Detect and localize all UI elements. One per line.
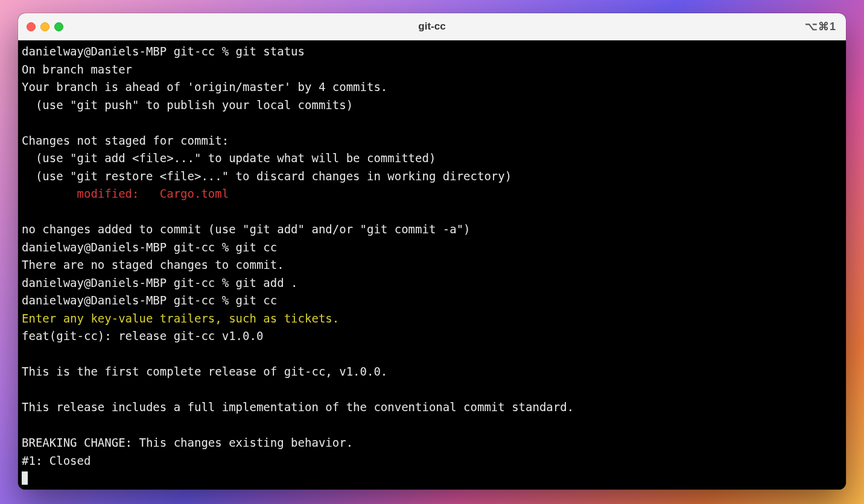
window-titlebar[interactable]: git-cc ⌥⌘1 bbox=[18, 13, 846, 40]
terminal-line: This is the first complete release of gi… bbox=[22, 363, 842, 381]
terminal-text: danielway@Daniels-MBP git-cc % bbox=[22, 45, 236, 58]
terminal-line bbox=[22, 381, 842, 399]
terminal-line: no changes added to commit (use "git add… bbox=[22, 221, 842, 239]
terminal-line: On branch master bbox=[22, 61, 842, 79]
terminal-text bbox=[22, 187, 77, 200]
terminal-text: #1: Closed bbox=[22, 454, 91, 467]
terminal-text: danielway@Daniels-MBP git-cc % bbox=[22, 294, 236, 307]
terminal-line: #1: Closed bbox=[22, 452, 842, 470]
terminal-text: danielway@Daniels-MBP git-cc % bbox=[22, 241, 236, 254]
close-icon[interactable] bbox=[27, 22, 36, 31]
terminal-text: feat(git-cc): release git-cc v1.0.0 bbox=[22, 329, 263, 342]
terminal-line bbox=[22, 470, 842, 488]
terminal-line: danielway@Daniels-MBP git-cc % git statu… bbox=[22, 43, 842, 61]
terminal-text: On branch master bbox=[22, 63, 132, 76]
terminal-text: danielway@Daniels-MBP git-cc % bbox=[22, 276, 236, 289]
terminal-text: Enter any key-value trailers, such as ti… bbox=[22, 312, 339, 325]
terminal-text: There are no staged changes to commit. bbox=[22, 258, 284, 271]
terminal-text: Changes not staged for commit: bbox=[22, 134, 229, 147]
terminal-output[interactable]: danielway@Daniels-MBP git-cc % git statu… bbox=[18, 40, 846, 490]
terminal-line: danielway@Daniels-MBP git-cc % git cc bbox=[22, 292, 842, 310]
terminal-text: (use "git restore <file>..." to discard … bbox=[22, 169, 512, 183]
terminal-line bbox=[22, 417, 842, 435]
terminal-text: git add . bbox=[236, 276, 298, 289]
minimize-icon[interactable] bbox=[40, 22, 49, 31]
terminal-text: Your branch is ahead of 'origin/master' … bbox=[22, 80, 387, 93]
desktop-wallpaper: git-cc ⌥⌘1 danielway@Daniels-MBP git-cc … bbox=[0, 0, 864, 504]
terminal-line: This release includes a full implementat… bbox=[22, 398, 842, 417]
terminal-text: modified: Cargo.toml bbox=[77, 187, 229, 200]
window-title: git-cc bbox=[18, 20, 846, 33]
terminal-line bbox=[22, 114, 842, 132]
terminal-text: This release includes a full implementat… bbox=[22, 400, 574, 414]
terminal-line: There are no staged changes to commit. bbox=[22, 256, 842, 274]
terminal-line: danielway@Daniels-MBP git-cc % git add . bbox=[22, 274, 842, 292]
terminal-line: (use "git add <file>..." to update what … bbox=[22, 150, 842, 168]
terminal-text: This is the first complete release of gi… bbox=[22, 365, 387, 378]
terminal-line: (use "git push" to publish your local co… bbox=[22, 96, 842, 115]
terminal-line: (use "git restore <file>..." to discard … bbox=[22, 168, 842, 186]
terminal-line bbox=[22, 203, 842, 221]
terminal-text: git cc bbox=[236, 294, 278, 307]
terminal-line: modified: Cargo.toml bbox=[22, 185, 842, 203]
terminal-line: Changes not staged for commit: bbox=[22, 132, 842, 150]
terminal-text: git status bbox=[236, 45, 305, 58]
terminal-text: (use "git push" to publish your local co… bbox=[22, 98, 353, 112]
zoom-icon[interactable] bbox=[54, 22, 63, 31]
terminal-text: BREAKING CHANGE: This changes existing b… bbox=[22, 436, 353, 449]
cursor-icon bbox=[22, 471, 28, 485]
window-controls bbox=[27, 22, 63, 31]
terminal-line bbox=[22, 345, 842, 364]
terminal-line: Enter any key-value trailers, such as ti… bbox=[22, 310, 842, 328]
terminal-window: git-cc ⌥⌘1 danielway@Daniels-MBP git-cc … bbox=[18, 13, 846, 490]
tab-shortcut-hint: ⌥⌘1 bbox=[805, 20, 836, 33]
terminal-line: BREAKING CHANGE: This changes existing b… bbox=[22, 434, 842, 452]
terminal-line: danielway@Daniels-MBP git-cc % git cc bbox=[22, 239, 842, 257]
terminal-line: feat(git-cc): release git-cc v1.0.0 bbox=[22, 327, 842, 345]
terminal-text: (use "git add <file>..." to update what … bbox=[22, 151, 436, 165]
terminal-line: Your branch is ahead of 'origin/master' … bbox=[22, 78, 842, 96]
terminal-text: no changes added to commit (use "git add… bbox=[22, 222, 471, 236]
terminal-text: git cc bbox=[236, 241, 278, 254]
